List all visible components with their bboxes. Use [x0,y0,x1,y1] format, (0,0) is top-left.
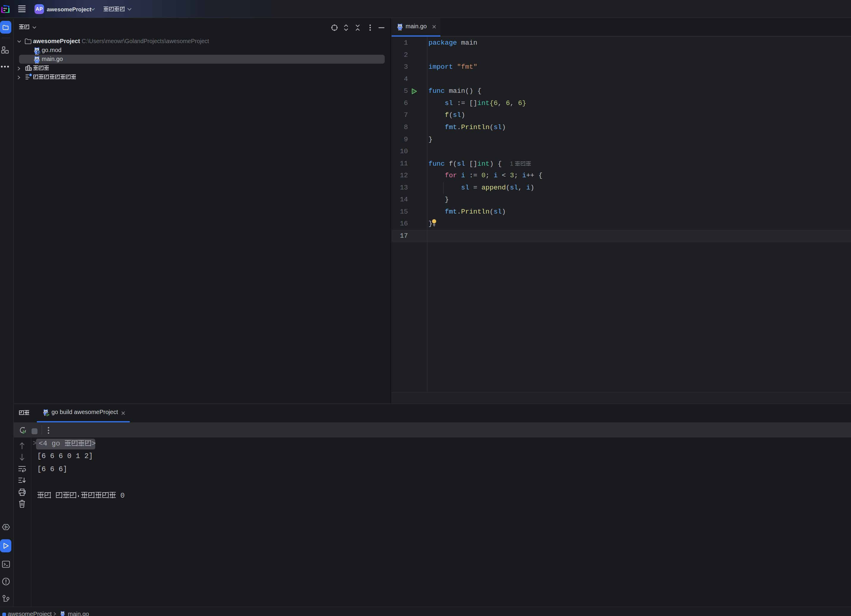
svg-text:GO: GO [3,7,7,10]
